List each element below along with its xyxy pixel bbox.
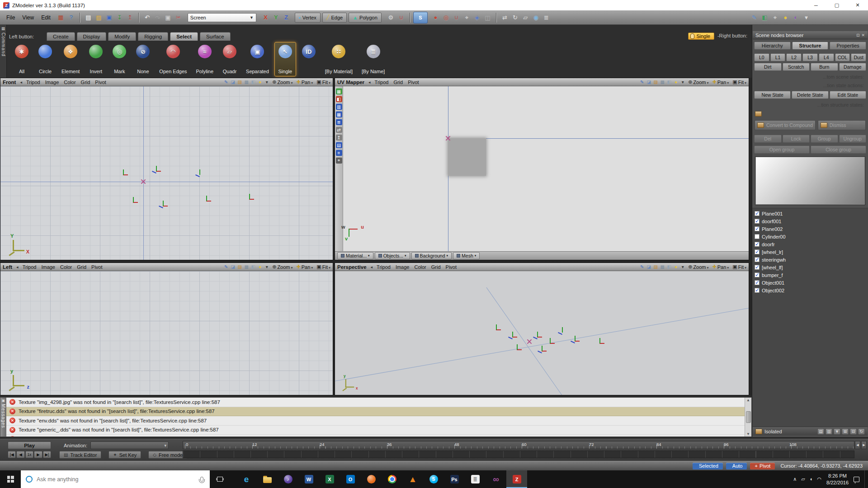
free-mode-icon[interactable]: ◇Free mode: [148, 451, 187, 459]
front-canvas[interactable]: Y X: [0, 86, 333, 260]
new-scene-icon[interactable]: ▤: [84, 13, 93, 22]
message-scrollbar[interactable]: ▲ ▼: [745, 398, 751, 436]
zoom-icon[interactable]: ⊕Zoom: [272, 264, 292, 270]
group-button[interactable]: Open group: [754, 145, 810, 154]
sphere-tool-icon[interactable]: ●: [431, 13, 440, 22]
more-icon[interactable]: ▾: [802, 13, 811, 22]
timeline-scroll-right-icon[interactable]: ▶: [861, 441, 867, 449]
edge-icon[interactable]: e: [236, 470, 257, 488]
ribbon-button[interactable]: Circle: [34, 42, 56, 76]
textured-icon[interactable]: ▨: [653, 80, 658, 84]
uv-canvas[interactable]: ▦◧▥▦≣⇄↥▤≡⌖ u v w: [335, 86, 749, 251]
layout-icon[interactable]: ▦: [56, 13, 66, 22]
scroll-up-icon[interactable]: ▲: [746, 398, 750, 402]
node-visibility-checkbox[interactable]: [755, 272, 760, 277]
excel-icon[interactable]: X: [319, 470, 340, 488]
menu-item[interactable]: Edit: [38, 14, 54, 22]
mirror-tool-icon[interactable]: ◫: [483, 13, 492, 22]
mesh-tab-icon[interactable]: Mesh▾: [453, 252, 480, 259]
shaded-icon[interactable]: ◪: [646, 80, 651, 84]
fit-icon[interactable]: ▣Fit: [316, 79, 330, 85]
node-visibility-checkbox[interactable]: [755, 249, 760, 254]
viewport-menu-item[interactable]: Pivot: [91, 264, 102, 270]
pick-icon[interactable]: ⌖: [770, 13, 780, 22]
viewport-menu-item[interactable]: Pivot: [446, 264, 457, 270]
timeline-ruler[interactable]: 01224364860728496108: [183, 441, 854, 449]
node-row[interactable]: Object001: [755, 279, 866, 286]
wireframe-icon[interactable]: ✎: [639, 264, 645, 269]
refresh-icon[interactable]: ↻: [858, 428, 865, 435]
group-button[interactable]: Lock: [783, 135, 810, 143]
message-row[interactable]: ✕ Texture "firetruc.dds" was not found i…: [6, 407, 745, 417]
light-icon[interactable]: ●: [257, 80, 263, 84]
checker-icon[interactable]: ▦: [336, 88, 342, 94]
viewport-menu-item[interactable]: Pivot: [95, 80, 106, 85]
zoom-icon[interactable]: ⊕Zoom: [688, 264, 708, 270]
lod-button[interactable]: Dust: [851, 53, 866, 61]
objects-tab-icon[interactable]: Objects...▾: [375, 252, 410, 259]
track-editor-icon[interactable]: ▤Track Editor: [59, 451, 101, 459]
magnet-tool-icon[interactable]: ∪: [452, 13, 461, 22]
group-button[interactable]: Ungroup: [839, 135, 867, 143]
viewport-menu-item[interactable]: Tripod: [377, 264, 391, 270]
view-options-icon[interactable]: ▾: [680, 80, 685, 84]
zoom-icon[interactable]: ⊕Zoom: [688, 79, 708, 85]
speed-control[interactable]: 1x: [25, 451, 33, 458]
lod-button[interactable]: L0: [754, 53, 769, 61]
firefox-icon[interactable]: [361, 470, 382, 488]
ribbon-tab[interactable]: Surface: [200, 32, 231, 41]
left-canvas[interactable]: y z: [0, 271, 333, 395]
node-visibility-checkbox[interactable]: [755, 257, 760, 262]
ribbon-tab[interactable]: Select: [170, 32, 198, 41]
view-options-icon[interactable]: ▾: [264, 264, 269, 269]
message-row[interactable]: ✕ Texture "..." was not found in "[searc…: [6, 435, 745, 436]
background-tab-icon[interactable]: Background▾: [411, 252, 452, 259]
node-visibility-checkbox[interactable]: [755, 280, 760, 285]
timeline-track[interactable]: [183, 450, 854, 458]
ring-tool-icon[interactable]: ◎: [441, 13, 451, 22]
vlc-icon[interactable]: ▲: [402, 470, 423, 488]
ribbon-button[interactable]: ▣ Separated: [242, 42, 273, 76]
viewport-menu-item[interactable]: Tripod: [26, 80, 40, 85]
node-row[interactable]: doorf001: [755, 217, 866, 225]
ribbon-button[interactable]: ID: [298, 42, 320, 76]
symmetry-tool-icon[interactable]: S: [413, 12, 428, 23]
lod-button[interactable]: L3: [802, 53, 818, 61]
sort-type-icon[interactable]: ▥: [826, 428, 832, 435]
polygon-icon[interactable]: ▲Polygon: [349, 13, 382, 23]
node-row[interactable]: bumper_f: [755, 271, 866, 279]
ribbon-tab[interactable]: Create: [47, 32, 75, 41]
speed-control[interactable]: ▶: [34, 451, 42, 458]
viewport-menu-item[interactable]: Color: [60, 264, 72, 270]
node-row[interactable]: doorfr: [755, 240, 866, 248]
node-row[interactable]: Cylinder00: [755, 233, 866, 240]
wireframe-icon[interactable]: ✎: [223, 264, 229, 269]
group-button[interactable]: Close group: [811, 145, 866, 154]
animation-select[interactable]: ▾: [90, 441, 169, 449]
pan-icon[interactable]: ✚Pan: [712, 79, 729, 85]
status-toggle[interactable]: Selected: [693, 463, 723, 469]
node-visibility-checkbox[interactable]: [755, 288, 760, 293]
collapse-arrow-icon[interactable]: ◂: [16, 265, 19, 269]
backface-icon[interactable]: ◧: [250, 264, 256, 269]
scene-browser-tab[interactable]: Properties: [830, 42, 866, 50]
message-row[interactable]: ✕ Texture "env.dds" was not found in "[s…: [6, 416, 745, 426]
textured-icon[interactable]: ▨: [237, 80, 242, 84]
damage-button[interactable]: Damage: [839, 63, 867, 71]
maximize-button[interactable]: ▢: [826, 0, 847, 10]
lod-button[interactable]: L2: [786, 53, 802, 61]
rows-icon[interactable]: ≣: [336, 119, 342, 125]
damage-button[interactable]: Burn: [811, 63, 838, 71]
node-visibility-checkbox[interactable]: [755, 234, 760, 239]
uv-mapping-region[interactable]: [448, 138, 486, 176]
lod-button[interactable]: L4: [819, 53, 834, 61]
vertex-icon[interactable]: •Vertex: [295, 13, 321, 23]
damage-button[interactable]: Scratch: [783, 63, 810, 71]
compound-button[interactable]: Dismiss: [818, 120, 866, 130]
rotate-tool-icon[interactable]: ↻: [510, 13, 520, 22]
menu-item[interactable]: View: [19, 14, 38, 22]
mapper-icon[interactable]: ▤: [336, 142, 342, 148]
light-icon[interactable]: ●: [673, 80, 679, 84]
layers-icon[interactable]: ≣: [542, 13, 551, 22]
light-icon[interactable]: ●: [673, 264, 679, 269]
